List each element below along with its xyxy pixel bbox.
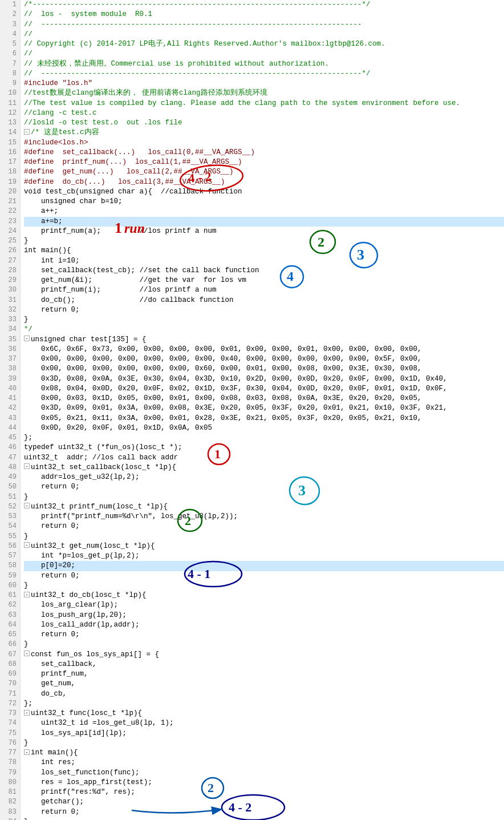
line-number-48: 48: [0, 463, 20, 472]
line-number-44: 44: [0, 423, 20, 433]
code-line-61: -uint32_t do_cb(losc_t *lp){: [24, 591, 504, 600]
code-line-32: return 0;: [24, 305, 504, 315]
line-number-6: 6: [0, 49, 20, 59]
code-line-30: printf_num(i); //los printf a num: [24, 285, 504, 295]
line-number-67: 67: [0, 650, 20, 660]
code-line-29: get_num(&i); //get the var for los vm: [24, 276, 504, 285]
code-line-22: a++;: [24, 207, 504, 216]
fold-icon-48[interactable]: -: [24, 463, 30, 469]
line-number-45: 45: [0, 433, 20, 443]
fold-icon-35[interactable]: -: [24, 336, 30, 341]
code-line-66: }: [24, 640, 504, 649]
code-line-54: return 0;: [24, 522, 504, 531]
line-number-51: 51: [0, 492, 20, 502]
line-number-38: 38: [0, 364, 20, 374]
code-line-36: 0x6C, 0x6F, 0x73, 0x00, 0x00, 0x00, 0x00…: [24, 345, 504, 354]
line-number-47: 47: [0, 453, 20, 463]
code-line-56: -uint32_t get_num(losc_t *lp){: [24, 542, 504, 551]
line-number-63: 63: [0, 611, 20, 620]
fold-icon-77[interactable]: -: [24, 749, 30, 755]
fold-icon-67[interactable]: -: [24, 651, 30, 656]
line-number-26: 26: [0, 246, 20, 256]
line-number-69: 69: [0, 669, 20, 679]
code-line-34: */: [24, 325, 504, 334]
line-number-24: 24: [0, 227, 20, 236]
code-area[interactable]: /*--------------------------------------…: [21, 0, 504, 820]
line-number-19: 19: [0, 177, 20, 187]
line-number-16: 16: [0, 148, 20, 157]
code-line-79: los_set_function(func);: [24, 768, 504, 778]
code-line-83: return 0;: [24, 807, 504, 817]
fold-icon-61[interactable]: -: [24, 592, 30, 597]
code-line-39: 0x3D, 0x08, 0x0A, 0x3E, 0x30, 0x04, 0x3D…: [24, 374, 504, 384]
code-line-82: getchar();: [24, 797, 504, 807]
code-line-50: return 0;: [24, 482, 504, 492]
fold-icon-14[interactable]: -: [24, 129, 30, 135]
code-line-17: #define printf_num(...) los_call(1,##__V…: [24, 157, 504, 167]
line-number-42: 42: [0, 403, 20, 413]
line-number-64: 64: [0, 620, 20, 630]
code-line-65: return 0;: [24, 630, 504, 640]
line-number-52: 52: [0, 502, 20, 512]
code-line-73: -uint32_t func(losc_t *lp){: [24, 709, 504, 718]
code-line-12: //clang -c test.c: [24, 108, 504, 118]
fold-icon-73[interactable]: -: [24, 710, 30, 716]
code-line-74: uint32_t id =los_get_u8(lp, 1);: [24, 718, 504, 728]
code-line-4: //: [24, 30, 504, 39]
line-number-35: 35: [0, 335, 20, 345]
line-number-27: 27: [0, 256, 20, 266]
code-line-26: int main(){: [24, 246, 504, 256]
line-number-55: 55: [0, 532, 20, 542]
line-number-5: 5: [0, 39, 20, 49]
line-number-71: 71: [0, 689, 20, 699]
code-line-42: 0x3D, 0x09, 0x01, 0x3A, 0x00, 0x08, 0x3E…: [24, 403, 504, 413]
line-number-58: 58: [0, 561, 20, 571]
code-line-7: // 未经授权，禁止商用。Commercial use is prohibite…: [24, 59, 504, 69]
line-number-81: 81: [0, 787, 20, 797]
line-number-15: 15: [0, 138, 20, 148]
line-number-30: 30: [0, 285, 20, 295]
line-number-36: 36: [0, 345, 20, 354]
code-line-31: do_cb(); //do callback function: [24, 296, 504, 305]
line-number-20: 20: [0, 187, 20, 197]
code-line-62: los_arg_clear(lp);: [24, 600, 504, 610]
line-number-8: 8: [0, 69, 20, 79]
line-number-2: 2: [0, 10, 20, 19]
code-line-69: printf_num,: [24, 669, 504, 679]
code-line-35: -unsigned char test[135] = {: [24, 335, 504, 345]
code-line-41: 0x00, 0x03, 0x1D, 0x05, 0x00, 0x01, 0x00…: [24, 394, 504, 403]
line-number-39: 39: [0, 374, 20, 384]
fold-icon-56[interactable]: -: [24, 542, 30, 548]
code-line-33: }: [24, 315, 504, 325]
code-line-6: //: [24, 49, 504, 59]
code-line-81: printf("res:%d", res);: [24, 787, 504, 797]
line-number-79: 79: [0, 768, 20, 778]
line-number-74: 74: [0, 718, 20, 728]
code-line-59: return 0;: [24, 571, 504, 581]
code-line-10: //test数展是clang编译出来的， 使用前请将clang路径添加到系统环境: [24, 88, 504, 98]
line-number-13: 13: [0, 118, 20, 128]
code-line-14: -/* 这是test.c内容: [24, 128, 504, 138]
line-number-40: 40: [0, 384, 20, 394]
editor: 1234567891011121314151617181920212223242…: [0, 0, 504, 820]
line-number-4: 4: [0, 30, 20, 39]
line-number-10: 10: [0, 88, 20, 98]
line-number-29: 29: [0, 276, 20, 285]
line-number-80: 80: [0, 778, 20, 787]
line-number-46: 46: [0, 443, 20, 453]
code-line-68: set_callback,: [24, 660, 504, 669]
code-line-47: uint32_t addr; //los call back addr: [24, 453, 504, 463]
code-line-19: #define do_cb(...) los_call(3,##__VA_ARG…: [24, 177, 504, 187]
code-line-70: get_num,: [24, 679, 504, 689]
line-number-25: 25: [0, 236, 20, 246]
line-number-17: 17: [0, 157, 20, 167]
fold-icon-52[interactable]: -: [24, 503, 30, 508]
line-number-23: 23: [0, 217, 20, 227]
code-line-15: #include<los.h>: [24, 138, 504, 148]
code-line-71: do_cb,: [24, 689, 504, 699]
line-number-65: 65: [0, 630, 20, 640]
code-line-77: -int main(){: [24, 748, 504, 758]
code-line-78: int res;: [24, 758, 504, 768]
code-line-52: -uint32_t printf_num(losc_t *lp){: [24, 502, 504, 512]
code-line-57: int *p=los_get_p(lp,2);: [24, 551, 504, 561]
